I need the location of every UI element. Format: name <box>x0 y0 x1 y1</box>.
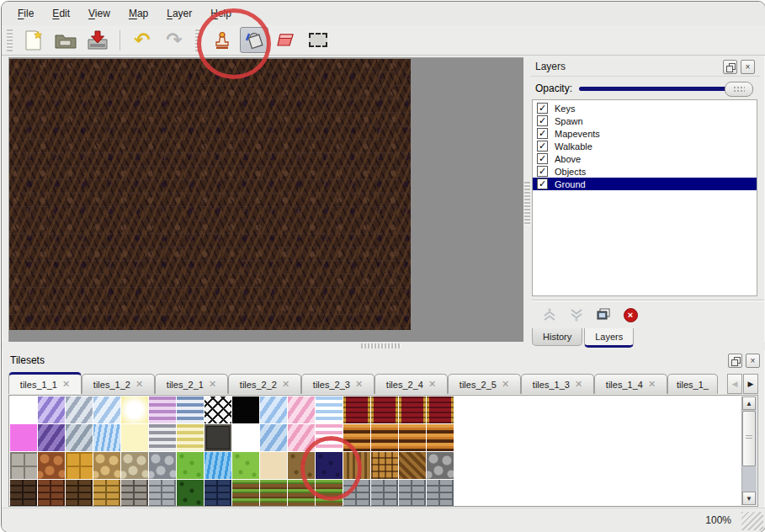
tile-stripes-yellow[interactable] <box>177 424 204 451</box>
tile-glass-gray-2[interactable] <box>66 424 93 451</box>
menu-edit[interactable]: Edit <box>43 5 79 22</box>
tileset-tab-truncated[interactable]: tiles_1_ <box>667 374 718 394</box>
checkbox-checked-icon[interactable]: ✓ <box>537 153 548 164</box>
redo-button[interactable]: ↷ <box>160 27 189 53</box>
tile-stripes-blue[interactable] <box>177 396 204 423</box>
tile-empty-white[interactable] <box>10 396 37 423</box>
menu-layer[interactable]: Layer <box>157 5 201 22</box>
tile-stripes-blue-white[interactable] <box>316 396 343 423</box>
menu-file[interactable]: File <box>8 5 43 22</box>
scroll-up-button[interactable]: ▲ <box>742 396 756 410</box>
scroll-tabs-right-button[interactable]: ▶ <box>743 374 758 394</box>
tab-layers[interactable]: Layers <box>584 328 634 348</box>
delete-layer-button[interactable]: × <box>621 306 640 323</box>
tile-stone-blocks-gray[interactable] <box>10 452 37 479</box>
fill-tool-button[interactable] <box>240 27 268 53</box>
tile-dirt-speckled[interactable] <box>288 452 315 479</box>
checkbox-checked-icon[interactable]: ✓ <box>537 166 548 177</box>
tile-tilled-soil[interactable] <box>288 480 315 507</box>
tile-cobble-gray[interactable] <box>149 452 176 479</box>
checkbox-checked-icon[interactable]: ✓ <box>537 103 548 114</box>
tile-cobble-orange[interactable] <box>38 452 65 479</box>
layer-row-keys[interactable]: ✓ Keys <box>533 102 757 114</box>
tile-tilled-soil[interactable] <box>232 480 259 507</box>
select-tool-button[interactable] <box>304 27 332 53</box>
tile-black[interactable] <box>232 396 259 423</box>
menu-view[interactable]: View <box>79 5 120 22</box>
tile-pebbles-beige[interactable] <box>121 452 148 479</box>
vertical-splitter[interactable] <box>523 57 531 342</box>
layer-row-mapevents[interactable]: ✓ Mapevents <box>533 127 757 140</box>
tile-glass-gray[interactable] <box>66 396 93 423</box>
tile-log-pile-gray[interactable] <box>427 452 454 479</box>
checkbox-checked-icon[interactable]: ✓ <box>537 178 548 189</box>
tile-glass-blue[interactable] <box>93 396 120 423</box>
tile-wall-red-brown[interactable] <box>38 480 65 507</box>
float-panel-button[interactable] <box>728 354 742 368</box>
tileset-tab-tiles_2_5[interactable]: tiles_2_5 ✕ <box>448 374 521 394</box>
palette-scrollbar[interactable]: ▲ ▼ <box>741 396 757 505</box>
tileset-tab-tiles_1_1[interactable]: tiles_1_1 ✕ <box>8 372 82 394</box>
tile-glow-yellow[interactable] <box>121 396 148 423</box>
tile-wall-navy-brick[interactable] <box>205 480 231 507</box>
tab-close-icon[interactable]: ✕ <box>209 379 216 390</box>
tile-grass-green[interactable] <box>177 452 204 479</box>
tile-curtain-red[interactable] <box>371 396 398 423</box>
tile-brick-gray[interactable] <box>399 480 426 507</box>
tile-glass-light-blue[interactable] <box>260 424 287 451</box>
close-panel-button[interactable]: × <box>746 354 760 368</box>
move-layer-up-button[interactable] <box>540 306 559 323</box>
tile-curtain-red[interactable] <box>399 396 426 423</box>
tab-history[interactable]: History <box>532 328 582 346</box>
tile-sand-tan[interactable] <box>260 452 287 479</box>
tile-wood-planks[interactable] <box>343 452 370 479</box>
tile-wall-dark-brown[interactable] <box>10 480 37 507</box>
tab-close-icon[interactable]: ✕ <box>648 379 656 390</box>
tile-water-blue[interactable] <box>205 452 231 479</box>
scrollbar-thumb[interactable] <box>742 411 756 466</box>
tile-planks-orange[interactable] <box>343 424 370 451</box>
stamp-tool-button[interactable] <box>208 27 236 53</box>
tile-grass-green-2[interactable] <box>232 452 259 479</box>
tile-empty-white[interactable] <box>232 424 259 451</box>
layer-row-ground-selected[interactable]: ✓ Ground <box>533 178 757 190</box>
scroll-tabs-left-button[interactable]: ◀ <box>727 374 742 394</box>
tile-lattice-black[interactable] <box>205 396 231 423</box>
tab-close-icon[interactable]: ✕ <box>575 379 582 390</box>
tab-close-icon[interactable]: ✕ <box>428 379 436 390</box>
scroll-down-button[interactable]: ▼ <box>742 492 756 505</box>
tile-planks-orange[interactable] <box>427 424 454 451</box>
tileset-tab-tiles_1_2[interactable]: tiles_1_2 ✕ <box>82 374 155 394</box>
checkbox-checked-icon[interactable]: ✓ <box>537 128 548 139</box>
tile-planks-orange[interactable] <box>399 424 426 451</box>
tile-stripes-pink-white[interactable] <box>316 424 343 451</box>
tile-glass-purple[interactable] <box>38 396 65 423</box>
tileset-tab-tiles_2_1[interactable]: tiles_2_1 ✕ <box>155 374 228 394</box>
tab-close-icon[interactable]: ✕ <box>62 379 70 390</box>
tile-brick-gray[interactable] <box>427 480 454 507</box>
tileset-tab-tiles_1_3[interactable]: tiles_1_3 ✕ <box>521 374 594 394</box>
tile-wall-gray-brick[interactable] <box>149 480 176 507</box>
tile-curtain-red[interactable] <box>343 396 370 423</box>
tile-glass-pink[interactable] <box>288 396 315 423</box>
tab-close-icon[interactable]: ✕ <box>282 379 290 390</box>
tab-close-icon[interactable]: ✕ <box>502 379 509 390</box>
tile-tilled-soil[interactable] <box>316 480 343 507</box>
tile-water-shimmer[interactable] <box>93 424 120 451</box>
tile-flagstone-tan[interactable] <box>93 452 120 479</box>
tileset-tab-tiles_2_3[interactable]: tiles_2_3 ✕ <box>301 374 375 394</box>
new-map-button[interactable] <box>19 27 48 53</box>
opacity-slider-handle[interactable] <box>725 82 753 97</box>
tileset-tab-tiles_2_4[interactable]: tiles_2_4 ✕ <box>375 374 448 394</box>
checkbox-checked-icon[interactable]: ✓ <box>537 115 548 126</box>
tileset-tab-tiles_2_2[interactable]: tiles_2_2 ✕ <box>228 374 301 394</box>
tile-metal-plate[interactable] <box>205 424 231 451</box>
map-canvas[interactable] <box>9 59 411 330</box>
layer-row-objects[interactable]: ✓ Objects <box>533 165 757 178</box>
tile-tiles-gold[interactable] <box>66 452 93 479</box>
tile-glass-blue-2[interactable] <box>260 396 287 423</box>
tile-glass-pink-2[interactable] <box>288 424 315 451</box>
tile-herringbone-wood[interactable] <box>399 452 426 479</box>
layer-row-spawn[interactable]: ✓ Spawn <box>533 114 757 127</box>
toolbar-grip[interactable] <box>7 29 13 51</box>
